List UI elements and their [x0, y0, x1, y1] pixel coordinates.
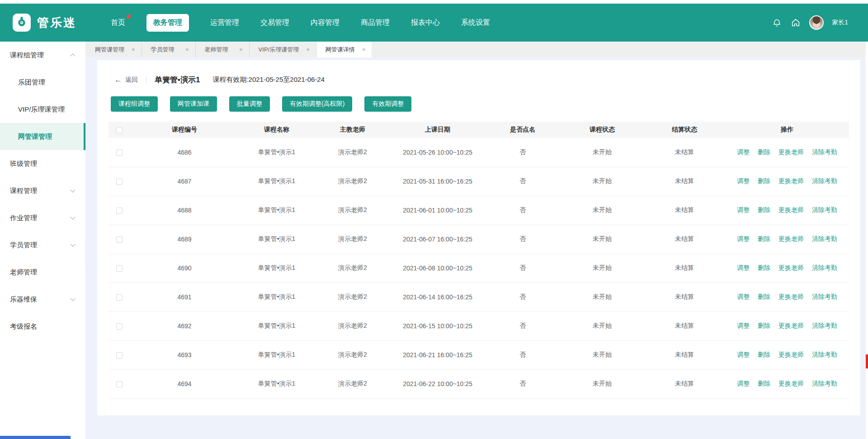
change-teacher-link[interactable]: 更换老师: [778, 235, 804, 242]
change-teacher-link[interactable]: 更换老师: [778, 293, 804, 300]
row-checkbox[interactable]: [116, 323, 123, 330]
row-checkbox[interactable]: [116, 265, 123, 272]
nav-operations[interactable]: 运营管理: [210, 18, 239, 28]
change-teacher-link[interactable]: 更换老师: [778, 322, 804, 329]
change-teacher-link[interactable]: 更换老师: [778, 206, 804, 213]
row-checkbox[interactable]: [116, 179, 123, 185]
nav-academic[interactable]: 教务管理: [146, 14, 189, 32]
adjust-link[interactable]: 调整: [737, 235, 750, 242]
sidebar-item-orchestra-mgmt[interactable]: 乐团管理: [0, 69, 85, 96]
delete-link[interactable]: 删除: [758, 264, 770, 271]
adjust-link[interactable]: 调整: [737, 177, 750, 184]
back-button[interactable]: 返回: [125, 76, 138, 84]
table-row: 4691 单簧管•演示1 演示老师2 2021-06-14 16:00~16:2…: [108, 283, 849, 312]
notification-bell-icon[interactable]: [771, 17, 782, 28]
cell-course-id: 4692: [130, 312, 239, 340]
adjust-link[interactable]: 调整: [737, 148, 750, 156]
close-icon[interactable]: ×: [306, 46, 310, 53]
cell-main-teacher: 演示老师2: [315, 138, 391, 167]
row-checkbox[interactable]: [116, 294, 123, 301]
sidebar-item-vip-theory-mgmt[interactable]: VIP/乐理课管理: [0, 96, 85, 123]
clear-attendance-link[interactable]: 清除考勤: [812, 293, 837, 300]
nav-settings[interactable]: 系统设置: [461, 18, 490, 28]
sidebar-item-teacher-mgmt[interactable]: 老师管理: [0, 259, 85, 286]
select-all-checkbox[interactable]: [116, 127, 123, 133]
row-checkbox[interactable]: [116, 381, 123, 387]
cell-settlement-status: 未结算: [644, 369, 725, 398]
sidebar-item-student-mgmt[interactable]: 学员管理: [0, 231, 85, 259]
nav-home[interactable]: 首页: [111, 18, 125, 28]
cell-actions: 调整 删除 更换老师 清除考勤: [725, 312, 849, 340]
delete-link[interactable]: 删除: [758, 293, 770, 300]
tab-vip-theory-mgmt[interactable]: VIP/乐理课管理×: [250, 42, 316, 57]
sidebar-item-course-mgmt[interactable]: 课程管理: [0, 177, 85, 204]
delete-link[interactable]: 删除: [758, 322, 770, 329]
course-validity: 课程有效期:2021-05-25至2021-06-24: [212, 76, 325, 84]
adjust-link[interactable]: 调整: [737, 380, 750, 387]
adjust-link[interactable]: 调整: [737, 293, 750, 300]
avatar[interactable]: [809, 15, 824, 30]
row-checkbox[interactable]: [116, 208, 123, 214]
cell-class-date: 2021-06-22 10:00~10:25: [391, 369, 485, 398]
adjust-link[interactable]: 调整: [737, 322, 750, 329]
nav-transactions[interactable]: 交易管理: [260, 18, 289, 28]
cell-rollcall: 否: [485, 283, 561, 312]
sidebar-item-homework-mgmt[interactable]: 作业管理: [0, 204, 85, 231]
sidebar-item-instrument-maintenance[interactable]: 乐器维保: [0, 286, 85, 313]
sidebar-item-exam-registration[interactable]: 考级报名: [0, 313, 85, 340]
delete-link[interactable]: 删除: [758, 206, 770, 213]
adjust-link[interactable]: 调整: [737, 351, 750, 358]
delete-link[interactable]: 删除: [758, 177, 770, 184]
delete-link[interactable]: 删除: [758, 148, 770, 156]
clear-attendance-link[interactable]: 清除考勤: [812, 206, 837, 213]
batch-adjust-button[interactable]: 批量调整: [229, 96, 270, 112]
change-teacher-link[interactable]: 更换老师: [778, 264, 804, 271]
row-checkbox[interactable]: [116, 352, 123, 359]
tab-online-class-mgmt[interactable]: 网管课管理×: [86, 42, 142, 57]
course-group-adjust-button[interactable]: 课程组调整: [111, 96, 158, 112]
tab-teacher-mgmt[interactable]: 老师管理×: [196, 42, 250, 57]
cell-course-id: 4689: [130, 225, 239, 254]
sidebar-item-online-class-mgmt[interactable]: 网管课管理: [0, 123, 85, 150]
change-teacher-link[interactable]: 更换老师: [778, 177, 804, 184]
change-teacher-link[interactable]: 更换老师: [778, 380, 804, 387]
clear-attendance-link[interactable]: 清除考勤: [812, 264, 837, 271]
delete-link[interactable]: 删除: [758, 235, 770, 242]
tab-online-class-detail[interactable]: 网管课详情×: [316, 42, 372, 57]
home-icon[interactable]: [790, 17, 801, 28]
clear-attendance-link[interactable]: 清除考勤: [812, 322, 837, 329]
cell-course-id: 4686: [130, 138, 239, 167]
adjust-link[interactable]: 调整: [737, 264, 750, 271]
change-teacher-link[interactable]: 更换老师: [778, 351, 804, 358]
change-teacher-link[interactable]: 更换老师: [778, 148, 804, 156]
sidebar-item-course-group-mgmt[interactable]: 课程组管理: [0, 42, 85, 69]
clear-attendance-link[interactable]: 清除考勤: [812, 351, 837, 358]
delete-link[interactable]: 删除: [758, 351, 770, 358]
close-icon[interactable]: ×: [239, 46, 243, 53]
nav-reports[interactable]: 报表中心: [411, 18, 440, 28]
row-checkbox[interactable]: [116, 150, 123, 156]
clear-attendance-link[interactable]: 清除考勤: [812, 380, 837, 387]
horizontal-scrollbar-thumb[interactable]: [0, 436, 71, 439]
row-checkbox[interactable]: [116, 236, 123, 243]
close-icon[interactable]: ×: [185, 46, 189, 53]
clear-attendance-link[interactable]: 清除考勤: [812, 148, 837, 156]
close-icon[interactable]: ×: [132, 46, 135, 53]
validity-adjust-button[interactable]: 有效期调整: [364, 96, 411, 112]
col-rollcall: 是否点名: [485, 122, 561, 138]
sidebar-item-class-mgmt[interactable]: 班级管理: [0, 150, 85, 177]
clear-attendance-link[interactable]: 清除考勤: [812, 235, 837, 242]
adjust-link[interactable]: 调整: [737, 206, 750, 213]
cell-course-name: 单簧管•演示1: [239, 340, 315, 369]
close-icon[interactable]: ×: [362, 46, 366, 53]
add-online-class-button[interactable]: 网管课加课: [170, 96, 217, 112]
vertical-scrollbar-track: [866, 42, 868, 439]
vertical-scrollbar-thumb[interactable]: [866, 354, 868, 368]
back-arrow-icon[interactable]: ←: [114, 76, 122, 85]
nav-products[interactable]: 商品管理: [361, 18, 390, 28]
tab-student-mgmt[interactable]: 学员管理×: [142, 42, 196, 57]
nav-content[interactable]: 内容管理: [311, 18, 340, 28]
validity-adjust-privileged-button[interactable]: 有效期调整(高权限): [282, 96, 352, 112]
delete-link[interactable]: 删除: [758, 380, 770, 387]
clear-attendance-link[interactable]: 清除考勤: [812, 177, 837, 184]
